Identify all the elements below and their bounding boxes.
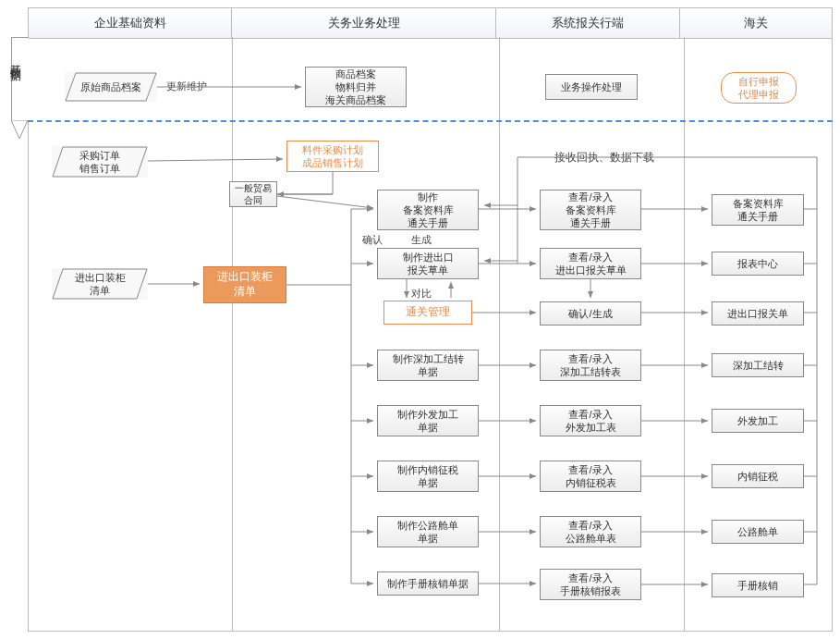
- t: 制作深加工结转: [393, 352, 464, 365]
- node-c7: 公路舱单: [712, 520, 804, 544]
- lane-bottom: [28, 631, 833, 632]
- t: 备案资料库: [566, 203, 616, 216]
- t: 备案资料库: [733, 197, 784, 210]
- node-m8: 制作手册核销单据: [377, 571, 479, 596]
- t: 代理申报: [738, 88, 779, 101]
- node-m1: 制作备案资料库通关手册: [377, 190, 479, 230]
- t: 单据: [418, 421, 438, 434]
- label-gen: 生成: [411, 233, 432, 247]
- node-c8: 手册核销: [712, 573, 804, 597]
- t: 制作公路舱单: [397, 519, 458, 532]
- node-trade: 一般贸易合同: [229, 181, 277, 207]
- node-c6: 内销征税: [712, 464, 804, 488]
- t: 制作: [418, 190, 438, 203]
- t: 外发加工: [737, 414, 778, 427]
- t: 单据: [418, 532, 438, 545]
- t: 通关管理: [406, 305, 450, 320]
- t: 确认/生成: [568, 307, 612, 320]
- node-decl: 自行申报 代理申报: [721, 72, 797, 104]
- node-c5: 外发加工: [712, 409, 804, 433]
- label-confirm: 确认: [362, 233, 383, 247]
- t: 深加工结转表: [560, 365, 621, 378]
- t: 公路舱单: [737, 525, 778, 538]
- node-c4: 深加工结转: [712, 353, 804, 377]
- node-c2: 报表中心: [712, 252, 804, 276]
- node-pack: 进出口装柜清单: [52, 268, 148, 300]
- t: 报表中心: [737, 257, 778, 270]
- t: 海关商品档案: [325, 93, 386, 106]
- t: 清单: [90, 284, 110, 297]
- t: 查看/录入: [568, 519, 612, 532]
- t: 制作内销征税: [397, 463, 458, 476]
- node-s7: 查看/录入公路舱单表: [540, 516, 641, 547]
- node-c3: 进出口报关单: [712, 301, 804, 326]
- t: 查看/录入: [568, 251, 612, 264]
- t: 进出口报关单: [727, 307, 788, 320]
- node-clearance: 通关管理: [383, 301, 472, 325]
- node-plan: 料件采购计划成品销售计划: [286, 141, 379, 172]
- t: 料件采购计划: [302, 143, 363, 156]
- label-recv: 接收回执、数据下载: [554, 150, 654, 166]
- node-archive: 商品档案 物料归并 海关商品档案: [305, 67, 407, 107]
- side-chevron: [11, 120, 28, 153]
- t: 查看/录入: [568, 463, 612, 476]
- t: 商品档案: [335, 68, 376, 80]
- t: 报关草单: [408, 264, 448, 276]
- t: 查看/录入: [568, 190, 612, 203]
- t: 单据: [418, 476, 438, 489]
- t: 自行申报: [738, 75, 779, 88]
- side-tab: [11, 37, 29, 122]
- t: 制作外发加工: [397, 408, 458, 421]
- t: 内销征税表: [566, 476, 616, 489]
- label-compare: 对比: [411, 287, 432, 301]
- side-label: 基础数据: [7, 55, 23, 63]
- node-s1: 查看/录入备案资料库通关手册: [540, 190, 641, 230]
- lane-header: 企业基础资料 关务业务处理 系统报关行端 海关: [28, 7, 833, 39]
- t: 清单: [234, 285, 256, 300]
- flow-diagram: 企业基础资料 关务业务处理 系统报关行端 海关 基础数据 原始商品档案 更新维护…: [0, 0, 840, 639]
- t: 备案资料库: [403, 203, 454, 216]
- node-op: 业务操作处理: [545, 74, 638, 100]
- header-col2: 关务业务处理: [232, 8, 496, 38]
- t: 手册核销: [737, 579, 778, 592]
- node-po: 采购订单销售订单: [52, 146, 148, 178]
- t: 进出口报关草单: [555, 264, 627, 276]
- node-m4: 制作深加工结转单据: [377, 350, 479, 381]
- t: 一般贸易: [235, 182, 272, 194]
- t: 外发加工表: [566, 421, 616, 434]
- t: 公路舱单表: [566, 532, 616, 545]
- t: 进出口装柜: [75, 271, 126, 284]
- node-c1: 备案资料库通关手册: [712, 194, 804, 226]
- node-s4: 查看/录入深加工结转表: [540, 350, 641, 381]
- t: 进出口装柜: [217, 270, 273, 285]
- t: 业务操作处理: [561, 80, 622, 93]
- header-col3: 系统报关行端: [496, 8, 679, 38]
- t: 采购订单: [79, 149, 120, 162]
- header-col1: 企业基础资料: [29, 8, 232, 38]
- t: 通关手册: [737, 210, 778, 223]
- t: 通关手册: [570, 216, 611, 229]
- t: 单据: [418, 365, 438, 378]
- t: 合同: [244, 194, 262, 206]
- t: 成品销售计划: [302, 156, 363, 169]
- t: 制作进出口: [403, 251, 454, 264]
- node-raw-archive: 原始商品档案: [65, 72, 157, 102]
- raw-l1: 原始商品档案: [80, 80, 141, 93]
- node-s6: 查看/录入内销征税表: [540, 461, 641, 492]
- t: 物料归并: [335, 80, 376, 93]
- node-m7: 制作公路舱单单据: [377, 516, 479, 547]
- label-update: 更新维护: [166, 80, 207, 93]
- t: 通关手册: [408, 216, 448, 229]
- t: 查看/录入: [568, 408, 612, 421]
- t: 查看/录入: [568, 352, 612, 365]
- t: 手册核销报表: [560, 584, 621, 597]
- t: 销售订单: [79, 162, 120, 175]
- node-s5: 查看/录入外发加工表: [540, 405, 641, 436]
- node-packlist: 进出口装柜清单: [203, 266, 286, 303]
- node-m6: 制作内销征税单据: [377, 461, 479, 492]
- node-s3: 确认/生成: [540, 301, 641, 326]
- t: 深加工结转: [733, 359, 784, 372]
- divider-dashed: [28, 120, 833, 122]
- lane-1: [28, 37, 233, 632]
- node-s2: 查看/录入进出口报关草单: [540, 248, 641, 279]
